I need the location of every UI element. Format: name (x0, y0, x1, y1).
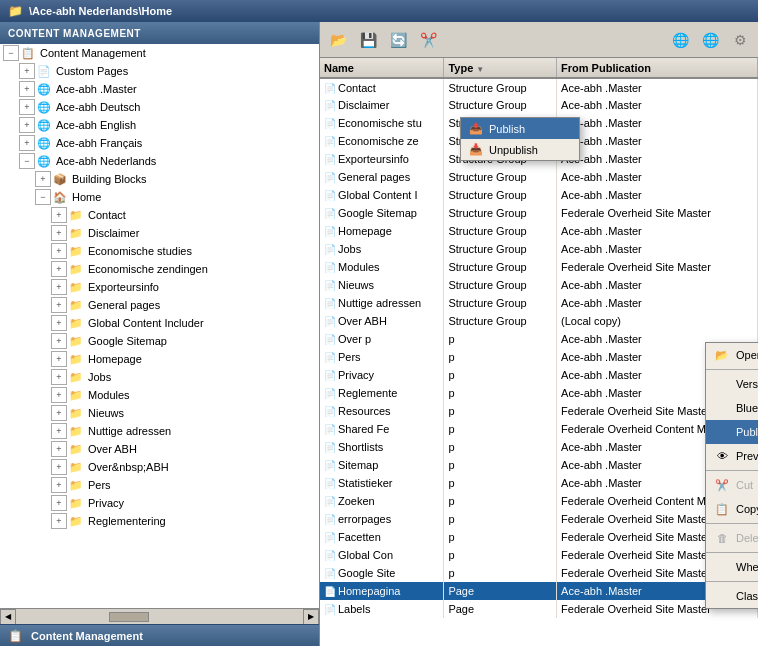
table-row[interactable]: 📄LabelsPageFederale Overheid Site Master (320, 600, 758, 618)
expand-btn-contact[interactable]: + (51, 207, 67, 223)
expand-btn-economische-zendingen[interactable]: + (51, 261, 67, 277)
table-row[interactable]: 📄ResourcespFederale Overheid Site Master (320, 402, 758, 420)
table-row[interactable]: 📄Over ABHStructure Group(Local copy) (320, 312, 758, 330)
publishing-submenu-item-publish[interactable]: 📤Publish (461, 118, 579, 139)
context-menu-item-publishing[interactable]: Publishing▶ (706, 420, 758, 444)
expand-btn-over-nbsp-abh[interactable]: + (51, 459, 67, 475)
tree-item-contact[interactable]: +📁Contact (0, 206, 319, 224)
expand-btn-pers[interactable]: + (51, 477, 67, 493)
context-menu-item-where-used[interactable]: Where Used (706, 555, 758, 579)
th-type[interactable]: Type ▼ (444, 58, 557, 78)
table-row[interactable]: 📄StatistiekerpAce-abh .Master (320, 474, 758, 492)
expand-btn-privacy[interactable]: + (51, 495, 67, 511)
tree-item-nieuws[interactable]: +📁Nieuws (0, 404, 319, 422)
tree-item-global-content[interactable]: +📁Global Content Includer (0, 314, 319, 332)
expand-btn-google-sitemap[interactable]: + (51, 333, 67, 349)
expand-btn-custom-pages[interactable]: + (19, 63, 35, 79)
tree-item-nuttige-adressen[interactable]: +📁Nuttige adressen (0, 422, 319, 440)
table-row[interactable]: 📄DisclaimerStructure GroupAce-abh .Maste… (320, 96, 758, 114)
table-row[interactable]: 📄PerspAce-abh .Master (320, 348, 758, 366)
th-from-pub[interactable]: From Publication (557, 58, 758, 78)
table-row[interactable]: 📄Google SitepFederale Overheid Site Mast… (320, 564, 758, 582)
scroll-left-btn[interactable]: ◀ (0, 609, 16, 625)
toolbar-save-btn[interactable]: 💾 (354, 27, 382, 53)
tree-item-economische-studies[interactable]: +📁Economische studies (0, 242, 319, 260)
tree-item-ace-abh-master[interactable]: +🌐Ace-abh .Master (0, 80, 319, 98)
table-row[interactable]: 📄SitemappAce-abh .Master (320, 456, 758, 474)
expand-btn-global-content[interactable]: + (51, 315, 67, 331)
publishing-submenu-item-unpublish[interactable]: 📥Unpublish (461, 139, 579, 160)
expand-btn-exporteursinfo[interactable]: + (51, 279, 67, 295)
table-row[interactable]: 📄HomepaginaPageAce-abh .Master (320, 582, 758, 600)
toolbar-extra-btn3[interactable]: ⚙ (726, 27, 754, 53)
table-row[interactable]: 📄FacettenpFederale Overheid Site Master (320, 528, 758, 546)
table-row[interactable]: 📄General pagesStructure GroupAce-abh .Ma… (320, 168, 758, 186)
tree-item-content-mgmt[interactable]: −📋Content Management (0, 44, 319, 62)
toolbar-refresh-btn[interactable]: 🔄 (384, 27, 412, 53)
table-row[interactable]: 📄NieuwsStructure GroupAce-abh .Master (320, 276, 758, 294)
context-menu-item-open[interactable]: 📂Open (706, 343, 758, 367)
tree-item-ace-abh-nl[interactable]: −🌐Ace-abh Nederlands (0, 152, 319, 170)
table-row[interactable]: 📄Shared FepFederale Overheid Content Mas… (320, 420, 758, 438)
table-row[interactable]: 📄JobsStructure GroupAce-abh .Master (320, 240, 758, 258)
expand-btn-ace-abh-francais[interactable]: + (19, 135, 35, 151)
tree-item-modules[interactable]: +📁Modules (0, 386, 319, 404)
expand-btn-ace-abh-master[interactable]: + (19, 81, 35, 97)
tree-item-general-pages[interactable]: +📁General pages (0, 296, 319, 314)
expand-btn-building-blocks[interactable]: + (35, 171, 51, 187)
tree-item-over-abh[interactable]: +📁Over ABH (0, 440, 319, 458)
table-row[interactable]: 📄ReglementepAce-abh .Master (320, 384, 758, 402)
context-menu-item-copy[interactable]: 📋Copy (706, 497, 758, 521)
tree-item-ace-abh-deutsch[interactable]: +🌐Ace-abh Deutsch (0, 98, 319, 116)
scroll-right-btn[interactable]: ▶ (303, 609, 319, 625)
expand-btn-content-mgmt[interactable]: − (3, 45, 19, 61)
tree-area[interactable]: −📋Content Management+📄Custom Pages+🌐Ace-… (0, 44, 319, 608)
tree-item-exporteursinfo[interactable]: +📁Exporteursinfo (0, 278, 319, 296)
table-row[interactable]: 📄ZoekenpFederale Overheid Content Maste (320, 492, 758, 510)
tree-item-jobs[interactable]: +📁Jobs (0, 368, 319, 386)
table-row[interactable]: 📄ShortlistspAce-abh .Master (320, 438, 758, 456)
expand-btn-modules[interactable]: + (51, 387, 67, 403)
table-row[interactable]: 📄errorpagespFederale Overheid Site Maste… (320, 510, 758, 528)
expand-btn-reglementering[interactable]: + (51, 513, 67, 529)
toolbar-extra-btn2[interactable]: 🌐 (696, 27, 724, 53)
expand-btn-ace-abh-english[interactable]: + (19, 117, 35, 133)
expand-btn-ace-abh-nl[interactable]: − (19, 153, 35, 169)
expand-btn-economische-studies[interactable]: + (51, 243, 67, 259)
table-row[interactable]: 📄PrivacypAce-abh .Master (320, 366, 758, 384)
table-row[interactable]: 📄ModulesStructure GroupFederale Overheid… (320, 258, 758, 276)
expand-btn-homepage[interactable]: + (51, 351, 67, 367)
expand-btn-ace-abh-deutsch[interactable]: + (19, 99, 35, 115)
context-menu-item-blueprinting[interactable]: BluePrinting▶ (706, 396, 758, 420)
table-row[interactable]: 📄Over ppAce-abh .Master (320, 330, 758, 348)
tree-item-homepage[interactable]: +📁Homepage (0, 350, 319, 368)
table-row[interactable]: 📄HomepageStructure GroupAce-abh .Master (320, 222, 758, 240)
toolbar-extra-btn1[interactable]: 🌐 (666, 27, 694, 53)
context-menu-item-versioning[interactable]: Versioning▶ (706, 372, 758, 396)
table-row[interactable]: 📄ContactStructure GroupAce-abh .Master (320, 78, 758, 96)
toolbar-cut-btn[interactable]: ✂️ (414, 27, 442, 53)
tree-item-reglementering[interactable]: +📁Reglementering (0, 512, 319, 530)
horizontal-scrollbar[interactable]: ◀ ▶ (0, 608, 319, 624)
expand-btn-home[interactable]: − (35, 189, 51, 205)
tree-item-privacy[interactable]: +📁Privacy (0, 494, 319, 512)
table-row[interactable]: 📄Nuttige adressenStructure GroupAce-abh … (320, 294, 758, 312)
tree-item-disclaimer[interactable]: +📁Disclaimer (0, 224, 319, 242)
table-row[interactable]: 📄Google SitemapStructure GroupFederale O… (320, 204, 758, 222)
th-name[interactable]: Name (320, 58, 444, 78)
expand-btn-jobs[interactable]: + (51, 369, 67, 385)
expand-btn-disclaimer[interactable]: + (51, 225, 67, 241)
expand-btn-general-pages[interactable]: + (51, 297, 67, 313)
scroll-thumb[interactable] (109, 612, 149, 622)
context-menu-item-preview[interactable]: 👁Preview (706, 444, 758, 468)
tree-item-google-sitemap[interactable]: +📁Google Sitemap (0, 332, 319, 350)
tree-item-custom-pages[interactable]: +📄Custom Pages (0, 62, 319, 80)
tree-item-home[interactable]: −🏠Home (0, 188, 319, 206)
table-row[interactable]: 📄Global ConpFederale Overheid Site Maste… (320, 546, 758, 564)
tree-item-ace-abh-francais[interactable]: +🌐Ace-abh Français (0, 134, 319, 152)
tree-item-ace-abh-english[interactable]: +🌐Ace-abh English (0, 116, 319, 134)
toolbar-open-btn[interactable]: 📂 (324, 27, 352, 53)
expand-btn-over-abh[interactable]: + (51, 441, 67, 457)
table-row[interactable]: 📄Global Content IStructure GroupAce-abh … (320, 186, 758, 204)
tree-item-economische-zendingen[interactable]: +📁Economische zendingen (0, 260, 319, 278)
